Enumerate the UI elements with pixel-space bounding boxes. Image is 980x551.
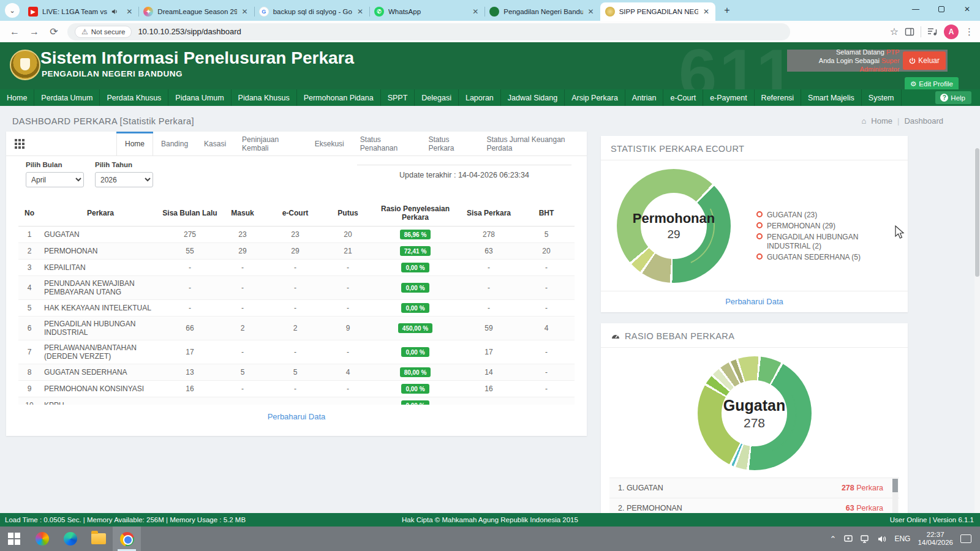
taskbar-chrome[interactable] (113, 527, 141, 551)
dashboard-tab-status-perkara[interactable]: Status Perkara (421, 132, 479, 156)
year-select[interactable]: 2026 (95, 172, 153, 187)
taskbar-explorer[interactable] (85, 527, 113, 551)
rasio-badge: 0,00 % (401, 303, 429, 313)
taskbar-copilot[interactable] (28, 527, 56, 551)
forward-button[interactable]: → (26, 23, 43, 40)
browser-menu-icon[interactable]: ⋮ (965, 26, 974, 37)
bookmark-star-icon[interactable]: ☆ (890, 26, 899, 37)
nav-item-permohonan-pidana[interactable]: Permohonan Pidana (297, 89, 381, 106)
dashboard-tab-banding[interactable]: Banding (153, 132, 196, 156)
refresh-data-link[interactable]: Perbaharui Data (6, 412, 587, 421)
help-button[interactable]: ? Help (935, 91, 971, 104)
volume-tray-icon[interactable] (878, 535, 887, 543)
window-restore-button[interactable] (929, 0, 954, 18)
side-panel-icon[interactable] (905, 27, 914, 37)
nav-item-arsip-perkara[interactable]: Arsip Perkara (565, 89, 625, 106)
nav-item-e-payment[interactable]: e-Payment (703, 89, 754, 106)
back-button[interactable]: ← (6, 23, 23, 40)
chrome-icon (120, 532, 134, 546)
nav-item-system[interactable]: System (862, 89, 902, 106)
donut-center-value: 29 (667, 228, 680, 241)
footer-version: User Online | Version 6.1.1 (890, 516, 974, 523)
taskbar-clock[interactable]: 22:37 14/04/2026 (918, 531, 953, 547)
nav-item-perdata-khusus[interactable]: Perdata Khusus (100, 89, 168, 106)
nav-item-e-court[interactable]: e-Court (663, 89, 703, 106)
nav-item-home[interactable]: Home (0, 89, 34, 106)
cell-name: PERMOHONAN KONSINYASI (40, 381, 160, 396)
window-close-button[interactable]: ✕ (954, 0, 980, 18)
cell-bht: - (518, 301, 575, 315)
reload-button[interactable]: ⟳ (45, 23, 62, 40)
rasio-list-item[interactable]: 1. GUGATAN278 Perkara (609, 478, 899, 498)
dashboard-tab-eksekusi[interactable]: Eksekusi (307, 132, 352, 156)
notification-center-icon[interactable] (960, 534, 971, 543)
tab-close-icon[interactable]: ✕ (356, 7, 364, 16)
network-tray-icon[interactable] (861, 535, 870, 543)
new-tab-button[interactable]: + (719, 2, 735, 18)
nav-item-referensi[interactable]: Referensi (755, 89, 802, 106)
legend-marker-icon (756, 253, 763, 260)
edge-icon (64, 532, 77, 545)
dashboard-tab-home[interactable]: Home (116, 132, 153, 156)
tab-audio-icon (111, 8, 119, 15)
rasio-list-item[interactable]: 2. PERMOHONAN63 Perkara (609, 498, 899, 513)
cell-bht: - (518, 280, 575, 295)
browser-tab[interactable]: ✦DreamLeague Season 29: Easte✕ (138, 2, 254, 21)
profile-avatar[interactable]: A (944, 24, 959, 39)
start-button[interactable] (0, 527, 28, 551)
language-indicator[interactable]: ENG (894, 534, 910, 543)
browser-tab[interactable]: ▶LIVE: L1GA Team vs BetBoo✕ (23, 2, 138, 21)
tab-close-icon[interactable]: ✕ (587, 7, 595, 16)
cell-masuk: - (219, 398, 266, 405)
ecourt-donut-chart[interactable]: Permohonan29 (617, 169, 731, 283)
cell-ecourt: - (266, 260, 325, 275)
browser-tab[interactable]: SIPP PENGADILAN NEGERI BAN✕ (600, 2, 715, 21)
donut-center-value: 278 (744, 416, 765, 430)
tab-search-button[interactable]: ⌄ (5, 3, 20, 18)
list-scrollbar[interactable] (892, 479, 898, 513)
tab-close-icon[interactable]: ✕ (471, 7, 480, 16)
browser-tab[interactable]: ✆WhatsApp✕ (369, 2, 484, 21)
edit-profile-button[interactable]: ⚙ Edit Profile (905, 77, 959, 89)
dashboard-tab-peninjauan-kembali[interactable]: Peninjauan Kembali (234, 132, 307, 156)
tab-close-icon[interactable]: ✕ (702, 7, 710, 16)
grid-menu-icon[interactable] (15, 139, 24, 149)
site-subtitle: PENGADILAN NEGERI BANDUNG (42, 69, 183, 78)
nav-item-delegasi[interactable]: Delegasi (415, 89, 459, 106)
rasio-donut-chart[interactable]: Gugatan278 (698, 356, 812, 470)
window-minimize-button[interactable]: — (903, 0, 929, 18)
nav-item-pidana-khusus[interactable]: Pidana Khusus (232, 89, 297, 106)
dashboard-tab-status-jurnal-keuangan-perdata[interactable]: Status Jurnal Keuangan Perdata (478, 132, 587, 156)
dashboard-tab-status-penahanan[interactable]: Status Penahanan (352, 132, 421, 156)
browser-tab[interactable]: Gbackup sql di sqlyog - Google S✕ (254, 2, 369, 21)
clock-time: 22:37 (927, 531, 944, 538)
tray-expand-icon[interactable]: ⌃ (830, 534, 837, 544)
nav-item-pidana-umum[interactable]: Pidana Umum (168, 89, 231, 106)
url-omnibox[interactable]: ⚠ Not secure 10.10.10.253/sipp/dashboard (67, 23, 790, 40)
not-secure-chip[interactable]: ⚠ Not secure (75, 26, 132, 38)
url-text[interactable]: 10.10.10.253/sipp/dashboard (138, 27, 241, 36)
cell-sisa-perkara: 278 (459, 227, 518, 242)
logout-button[interactable]: Keluar (903, 51, 946, 70)
taskbar-edge[interactable] (56, 527, 85, 551)
breadcrumb-home[interactable]: Home (871, 116, 892, 126)
refresh-ecourt-link[interactable]: Perbaharui Data (601, 297, 908, 306)
tab-close-icon[interactable]: ✕ (125, 7, 134, 16)
browser-tab[interactable]: Pengadilan Negeri Bandung✕ (484, 2, 600, 21)
rasio-item-value: 278 Perkara (842, 484, 883, 492)
nav-item-laporan[interactable]: Laporan (459, 89, 501, 106)
rasio-item-value: 63 Perkara (846, 504, 883, 512)
tab-close-icon[interactable]: ✕ (241, 7, 249, 16)
filter-row: Pilih Bulan Pilih Tahun April 2026 Updat… (6, 156, 587, 199)
media-controls-icon[interactable] (927, 28, 938, 36)
tab-title: SIPP PENGADILAN NEGERI BAN (619, 8, 698, 15)
month-select[interactable]: April (26, 172, 84, 187)
dashboard-tab-kasasi[interactable]: Kasasi (196, 132, 234, 156)
nav-item-antrian[interactable]: Antrian (625, 89, 664, 106)
teams-tray-icon[interactable] (843, 534, 853, 543)
page-scrollbar[interactable] (974, 148, 980, 551)
nav-item-sppt[interactable]: SPPT (381, 89, 415, 106)
nav-item-perdata-umum[interactable]: Perdata Umum (34, 89, 100, 106)
nav-item-smart-majelis[interactable]: Smart Majelis (801, 89, 862, 106)
nav-item-jadwal-sidang[interactable]: Jadwal Sidang (501, 89, 565, 106)
